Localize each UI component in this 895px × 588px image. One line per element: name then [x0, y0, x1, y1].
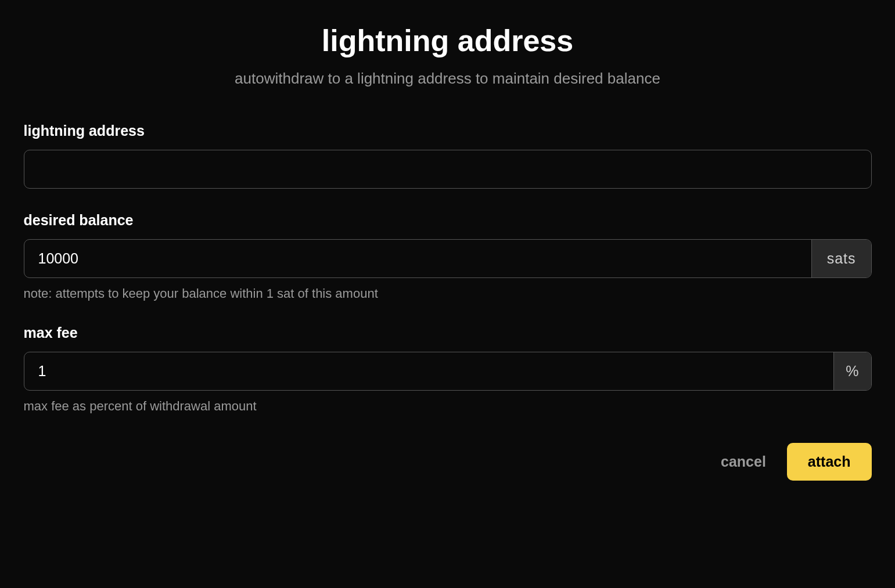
button-row: cancel attach	[24, 443, 872, 481]
page-title: lightning address	[24, 23, 872, 58]
max-fee-group: max fee % max fee as percent of withdraw…	[24, 324, 872, 414]
max-fee-input-wrapper: %	[24, 352, 872, 391]
max-fee-suffix: %	[833, 352, 871, 390]
attach-button[interactable]: attach	[787, 443, 872, 481]
lightning-address-group: lightning address	[24, 122, 872, 189]
max-fee-input[interactable]	[24, 352, 834, 390]
desired-balance-helper: note: attempts to keep your balance with…	[24, 286, 872, 301]
desired-balance-suffix: sats	[811, 240, 871, 277]
lightning-address-label: lightning address	[24, 122, 872, 139]
page-header: lightning address autowithdraw to a ligh…	[24, 23, 872, 88]
desired-balance-input[interactable]	[24, 240, 811, 277]
desired-balance-label: desired balance	[24, 212, 872, 229]
desired-balance-group: desired balance sats note: attempts to k…	[24, 212, 872, 301]
lightning-address-input-wrapper	[24, 150, 872, 189]
max-fee-helper: max fee as percent of withdrawal amount	[24, 399, 872, 414]
page-subtitle: autowithdraw to a lightning address to m…	[24, 70, 872, 88]
desired-balance-input-wrapper: sats	[24, 239, 872, 278]
cancel-button[interactable]: cancel	[716, 443, 771, 481]
max-fee-label: max fee	[24, 324, 872, 341]
lightning-address-input[interactable]	[24, 150, 871, 188]
